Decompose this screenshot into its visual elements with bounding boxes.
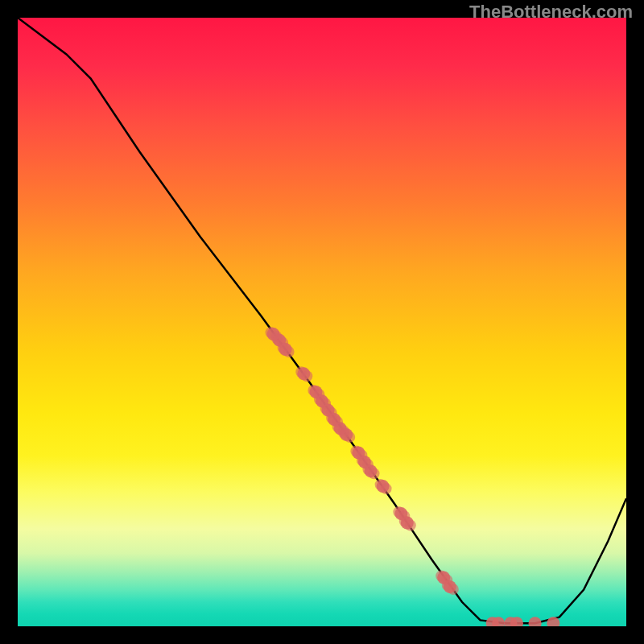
data-points-bottom-group	[486, 617, 560, 626]
data-point-jitter	[405, 520, 416, 531]
data-point-jitter	[271, 333, 283, 345]
data-point	[401, 517, 414, 530]
data-point-jitter	[441, 575, 452, 586]
data-point-jitter	[344, 431, 355, 443]
data-point	[394, 507, 407, 520]
chart-plot-area	[18, 18, 626, 626]
data-point	[297, 367, 310, 380]
data-point	[444, 580, 456, 593]
data-point-jitter	[338, 425, 349, 436]
data-point-bottom	[510, 617, 523, 626]
data-point-jitter	[326, 412, 337, 423]
data-point-jitter	[363, 464, 374, 475]
data-point-jitter	[332, 421, 344, 432]
data-point	[377, 480, 390, 493]
data-point-jitter	[357, 455, 368, 466]
data-point-jitter	[283, 346, 295, 357]
data-point-jitter	[295, 366, 307, 378]
data-point-jitter	[313, 389, 324, 400]
data-point	[365, 464, 378, 477]
data-point-bottom	[486, 617, 499, 626]
data-point	[328, 413, 341, 426]
data-point	[334, 422, 347, 435]
chart-svg	[18, 18, 626, 626]
data-point-bottom	[492, 617, 505, 626]
data-point-jitter	[393, 506, 404, 518]
data-point-jitter	[314, 394, 325, 405]
data-point	[273, 334, 286, 347]
data-point-jitter	[320, 398, 331, 409]
data-point-bottom	[504, 617, 517, 626]
data-point	[316, 394, 328, 407]
data-point	[437, 572, 450, 584]
data-point-jitter	[399, 516, 411, 527]
data-point-jitter	[356, 450, 367, 461]
data-point-jitter	[271, 331, 283, 342]
data-point-jitter-group	[266, 327, 459, 595]
data-point-jitter	[326, 407, 337, 419]
data-point-jitter	[338, 427, 349, 439]
data-point-jitter	[277, 337, 288, 349]
data-point-jitter	[442, 580, 453, 591]
data-point-jitter	[332, 416, 343, 427]
watermark-text: TheBottleneck.com	[469, 2, 633, 23]
data-point-bottom	[529, 617, 542, 626]
data-point-jitter	[350, 446, 361, 457]
data-point-jitter	[308, 385, 319, 396]
data-point-jitter	[320, 403, 332, 415]
data-point-jitter	[369, 468, 380, 479]
data-point	[279, 343, 292, 356]
data-point-jitter	[278, 342, 289, 353]
data-point	[358, 456, 371, 469]
data-point-jitter	[301, 370, 312, 382]
data-point	[352, 447, 365, 460]
data-point-jitter	[398, 510, 410, 522]
data-point-jitter	[448, 584, 459, 595]
data-point	[340, 428, 353, 441]
data-point-bottom	[547, 617, 559, 626]
data-point-jitter	[375, 479, 386, 490]
data-point-jitter	[381, 483, 392, 494]
data-point-jitter	[436, 571, 447, 582]
data-point	[309, 386, 322, 398]
data-point-jitter	[362, 459, 374, 470]
data-point-jitter	[266, 327, 277, 338]
data-point	[267, 328, 280, 341]
curve-line	[18, 18, 626, 623]
data-point	[322, 404, 335, 417]
data-points-curve-group	[267, 328, 456, 593]
